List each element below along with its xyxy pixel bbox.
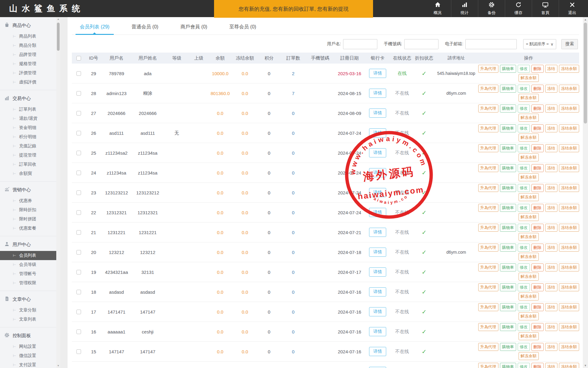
action-button[interactable]: 冻结余額 [559,244,579,252]
sidebar-item[interactable]: ⊢品牌管理 [0,50,56,59]
action-button[interactable]: 修改 [518,85,530,93]
action-button[interactable]: 升為代理 [478,224,498,232]
action-button[interactable]: 冻结余額 [559,263,579,271]
row-checkbox[interactable] [76,71,81,76]
detail-button[interactable]: 详情 [369,89,386,98]
action-button[interactable]: 購物車 [500,343,516,351]
action-button[interactable]: 冻结余額 [559,204,579,212]
action-button[interactable]: 解冻余額 [519,193,539,201]
action-button[interactable]: 冻结 [545,343,557,351]
sidebar-item[interactable]: ⊢管理权限 [0,278,56,288]
topnav-item-退出[interactable]: 退出 [559,0,586,17]
action-button[interactable]: 冻结余額 [559,85,579,93]
action-button[interactable]: 刪除 [531,303,544,311]
sidebar-item[interactable]: ⊢商品分類 [0,41,56,50]
action-button[interactable]: 冻结 [545,283,557,291]
action-button[interactable]: 解冻余額 [519,253,539,261]
action-button[interactable]: 冻结 [545,144,557,152]
row-checkbox[interactable] [76,230,81,235]
sidebar-item[interactable]: ⊢退款/退貨 [0,114,56,123]
action-button[interactable]: 升為代理 [478,244,498,252]
sidebar-item[interactable]: ⊢规格管理 [0,59,56,68]
scroll-down-icon[interactable]: ▼ [583,363,588,368]
action-button[interactable]: 升為代理 [478,144,498,152]
row-checkbox[interactable] [76,210,81,215]
action-button[interactable]: 冻结余額 [559,184,579,192]
action-button[interactable]: 升為代理 [478,283,498,291]
row-checkbox[interactable] [76,290,81,294]
action-button[interactable]: 修改 [518,204,530,212]
action-button[interactable]: 冻结余額 [559,105,579,112]
detail-button[interactable]: 详情 [369,188,386,197]
topnav-item-缓存[interactable]: 缓存 [505,0,532,17]
detail-button[interactable]: 详情 [369,168,386,177]
action-button[interactable]: 冻结余額 [559,343,579,351]
sidebar-section-header[interactable]: 营销中心 [0,183,56,196]
action-button[interactable]: 修改 [518,323,530,331]
sidebar-item[interactable]: ⊢訂單回收 [0,160,56,169]
sidebar-scroll-thumb[interactable] [57,23,60,51]
action-button[interactable]: 冻结 [545,105,557,112]
action-button[interactable]: 升為代理 [478,303,498,311]
action-button[interactable]: 購物車 [500,244,516,252]
sidebar-item[interactable]: ⊢支付設置 [0,360,56,368]
sidebar-item[interactable]: ⊢文章列表 [0,315,56,324]
action-button[interactable]: 修改 [518,144,530,152]
action-button[interactable]: 冻结 [545,263,557,271]
action-button[interactable]: 購物車 [500,105,516,112]
detail-button[interactable]: 详情 [369,148,386,157]
phone-filter-input[interactable] [404,39,438,49]
sort-select[interactable]: = 默認排序 = ∨ [523,39,556,49]
detail-button[interactable]: 详情 [369,208,386,217]
action-button[interactable]: 冻结 [545,323,557,331]
action-button[interactable]: 升為代理 [478,263,498,271]
action-button[interactable]: 解冻余額 [519,153,539,161]
action-button[interactable]: 修改 [518,184,530,192]
scroll-up-icon[interactable]: ▲ [56,17,60,21]
row-checkbox[interactable] [76,250,81,255]
action-button[interactable]: 升為代理 [478,184,498,192]
detail-button[interactable]: 详情 [369,128,386,138]
action-button[interactable]: 解冻余額 [519,114,539,122]
detail-button[interactable]: 详情 [369,228,386,237]
page-scrollbar[interactable]: ▲ ▼ [583,17,588,368]
action-button[interactable]: 解冻余額 [519,94,539,102]
action-button[interactable]: 刪除 [531,224,544,232]
detail-button[interactable]: 详情 [369,347,386,356]
action-button[interactable]: 購物車 [500,144,516,152]
action-button[interactable]: 解冻余額 [519,273,539,281]
action-button[interactable]: 冻结余額 [559,363,579,368]
detail-button[interactable]: 详情 [369,327,386,336]
action-button[interactable]: 升為代理 [478,343,498,351]
sidebar-item[interactable]: ⊢評價管理 [0,68,56,78]
row-checkbox[interactable] [76,310,81,314]
action-button[interactable]: 冻结 [545,303,557,311]
sidebar-item[interactable]: ⊢资金明细 [0,123,56,132]
action-button[interactable]: 冻结 [545,85,557,93]
action-button[interactable]: 修改 [518,343,530,351]
action-button[interactable]: 刪除 [531,244,544,252]
row-checkbox[interactable] [76,171,81,175]
action-button[interactable]: 冻结 [545,204,557,212]
detail-button[interactable]: 详情 [369,109,386,118]
sidebar-item[interactable]: ⊢訂單列表 [0,105,56,114]
sidebar-item[interactable]: ⊢微信設置 [0,351,56,360]
row-checkbox[interactable] [76,329,81,334]
action-button[interactable]: 購物車 [500,363,516,368]
action-button[interactable]: 冻结 [545,164,557,172]
row-checkbox[interactable] [76,111,81,116]
sidebar-item[interactable]: ⊢优惠套餐 [0,224,56,233]
action-button[interactable]: 升為代理 [478,323,498,331]
select-all-checkbox[interactable] [76,56,81,61]
action-button[interactable]: 冻结余額 [559,124,579,132]
sidebar-section-header[interactable]: 控制面板 [0,329,56,342]
action-button[interactable]: 刪除 [531,124,544,132]
action-button[interactable]: 冻结余額 [559,283,579,291]
action-button[interactable]: 修改 [518,283,530,291]
action-button[interactable]: 冻结余額 [559,323,579,331]
action-button[interactable]: 刪除 [531,144,544,152]
action-button[interactable]: 刪除 [531,263,544,271]
action-button[interactable]: 刪除 [531,164,544,172]
scroll-up-icon[interactable]: ▲ [583,17,588,22]
topnav-item-概况[interactable]: 概况 [424,0,451,17]
